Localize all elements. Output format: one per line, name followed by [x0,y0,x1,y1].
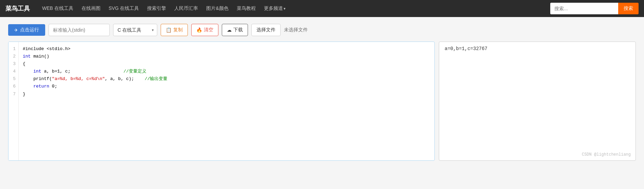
code-token: { [23,60,25,68]
navbar-link-image[interactable]: 图片&颜色 [202,0,232,17]
lang-select[interactable]: C 在线工具 [113,24,157,36]
code-token: printf( [23,75,52,83]
navbar: 菜鸟工具 WEB 在线工具 在线画图 SVG 在线工具 搜索引擎 人民币汇率 图… [0,0,644,17]
code-token: main() [31,53,49,60]
navbar-link-more[interactable]: 更多频道 [260,0,290,17]
navbar-link-search[interactable]: 搜索引擎 [143,0,170,17]
code-token [23,83,33,90]
toolbar: ✈ 点击运行 C 在线工具 ▾ 📋 复制 🔥 清空 ☁ 下载 选择文件 未选择文… [8,24,636,36]
code-content[interactable]: #include <stdio.h>int main(){ int a, b=1… [19,42,434,160]
download-icon: ☁ [227,27,232,33]
line-num: 7 [13,91,16,98]
run-button[interactable]: ✈ 点击运行 [8,24,45,36]
line-num: 5 [13,75,16,83]
output-watermark: CSDN @lightchenliang [582,152,631,157]
line-num: 2 [13,53,16,60]
copy-icon: 📋 [166,27,172,33]
main-content: ✈ 点击运行 C 在线工具 ▾ 📋 复制 🔥 清空 ☁ 下载 选择文件 未选择文… [0,17,644,189]
fire-icon: 🔥 [196,27,202,33]
code-token: int [23,53,31,60]
code-token: 0; [49,83,57,90]
code-token: , a, b, c); [105,75,145,83]
navbar-link-web[interactable]: WEB 在线工具 [38,0,77,17]
run-icon: ✈ [14,28,18,33]
line-num: 6 [13,83,16,90]
copy-button[interactable]: 📋 复制 [161,24,188,36]
output-text: a=0,b=1,c=32767 [445,46,487,51]
code-token: //变量定义 [123,68,146,75]
lang-select-wrap: C 在线工具 ▾ [113,24,157,36]
line-numbers: 1 2 3 4 5 6 7 [8,42,19,160]
navbar-link-rmb[interactable]: 人民币汇率 [170,0,202,17]
output-panel: a=0,b=1,c=32767 CSDN @lightchenliang [439,42,636,161]
code-token: "a=%d, b=%d, c=%d\n" [52,75,105,83]
navbar-search: 搜索 [550,3,639,14]
navbar-link-draw[interactable]: 在线画图 [77,0,105,17]
line-num: 1 [13,45,16,53]
brand: 菜鸟工具 [5,4,30,13]
search-input[interactable] [550,3,618,14]
stdin-input[interactable] [49,24,110,36]
clear-button[interactable]: 🔥 清空 [191,24,218,36]
download-button[interactable]: ☁ 下载 [222,24,248,36]
file-button[interactable]: 选择文件 [251,24,281,36]
code-token: int [33,68,41,75]
line-num: 3 [13,60,16,68]
search-button[interactable]: 搜索 [618,3,639,14]
navbar-link-tutorial[interactable]: 菜鸟教程 [233,0,260,17]
code-token: #include <stdio.h> [23,45,70,53]
navbar-links: WEB 在线工具 在线画图 SVG 在线工具 搜索引擎 人民币汇率 图片&颜色 … [38,0,550,17]
code-token: a, b=1, c; [41,68,124,75]
line-num: 4 [13,68,16,75]
editor-row: 1 2 3 4 5 6 7 #include <stdio.h>int main… [8,42,636,161]
code-editor[interactable]: 1 2 3 4 5 6 7 #include <stdio.h>int main… [8,42,435,161]
code-token: } [23,91,25,98]
code-token [23,68,33,75]
file-status: 未选择文件 [284,27,308,33]
navbar-link-svg[interactable]: SVG 在线工具 [105,0,143,17]
code-token: return [33,83,49,90]
code-token: //输出变量 [145,75,168,83]
